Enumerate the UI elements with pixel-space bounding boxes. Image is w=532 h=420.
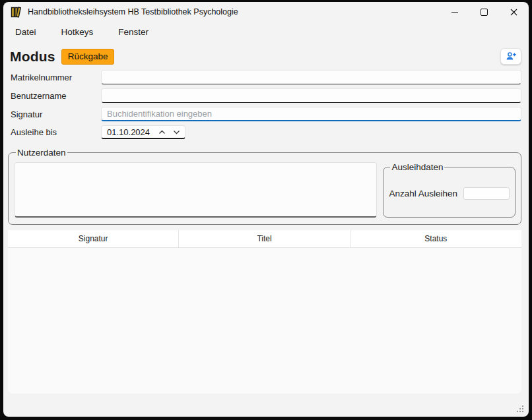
matrikelnummer-label: Matrikelnummer — [7, 73, 101, 82]
mode-badge[interactable]: Rückgabe — [61, 49, 115, 65]
ausleihe-bis-field: 01.10.2024 — [101, 125, 521, 139]
maximize-button[interactable] — [469, 2, 499, 22]
books-icon — [11, 7, 22, 18]
anzahl-row: Anzahl Ausleihen — [389, 187, 510, 200]
nutzerdaten-content: Ausleihdaten Anzahl Ausleihen — [15, 162, 515, 218]
nutzerdaten-group: Nutzerdaten Ausleihdaten Anzahl Ausleihe… — [8, 148, 521, 225]
chevron-up-icon — [158, 130, 166, 135]
nutzerdaten-textarea[interactable] — [15, 162, 377, 218]
ausleihe-bis-label: Ausleihe bis — [7, 127, 101, 137]
ausleihdaten-group: Ausleihdaten Anzahl Ausleihen — [383, 162, 515, 218]
window-title: Handbibliotheksleihsystem HB Testbibliot… — [28, 7, 238, 16]
signatur-label: Signatur — [7, 109, 101, 119]
mode-row: Modus Rückgabe — [7, 47, 521, 65]
chevron-down-icon — [173, 130, 180, 135]
maximize-icon — [481, 9, 488, 16]
benutzername-input[interactable] — [101, 88, 521, 103]
ausleihe-bis-value: 01.10.2024 — [107, 127, 154, 137]
app-window: Handbibliotheksleihsystem HB Testbibliot… — [3, 2, 529, 417]
window-controls — [440, 2, 529, 22]
anzahl-ausleihen-input[interactable] — [463, 187, 510, 200]
date-step-down-button[interactable] — [169, 127, 183, 138]
column-header-signatur[interactable]: Signatur — [8, 230, 179, 247]
menu-item-fenster[interactable]: Fenster — [115, 24, 152, 40]
person-add-icon — [506, 51, 517, 61]
anzahl-ausleihen-label: Anzahl Ausleihen — [389, 189, 457, 198]
minimize-button[interactable] — [440, 2, 469, 22]
date-step-up-button[interactable] — [154, 127, 169, 138]
table-body — [8, 248, 521, 394]
menu-item-datei[interactable]: Datei — [12, 24, 40, 40]
benutzername-label: Benutzername — [7, 91, 101, 101]
menubar: Datei Hotkeys Fenster — [3, 22, 529, 42]
ausleihdaten-legend: Ausleihdaten — [390, 162, 444, 172]
loan-form: Matrikelnummer Benutzername Signatur Aus… — [7, 70, 521, 139]
main-content: Modus Rückgabe Matrikelnummer Benutzerna… — [3, 47, 529, 394]
ausleihe-bis-date-spinner[interactable]: 01.10.2024 — [101, 125, 185, 139]
mode-heading: Modus — [10, 49, 55, 65]
nutzerdaten-legend: Nutzerdaten — [16, 148, 67, 158]
column-header-titel[interactable]: Titel — [179, 230, 350, 247]
menu-item-hotkeys[interactable]: Hotkeys — [58, 24, 97, 40]
close-icon — [510, 9, 517, 16]
signatur-input[interactable] — [101, 107, 521, 121]
loans-table: Signatur Titel Status — [8, 230, 521, 394]
column-header-status[interactable]: Status — [350, 230, 521, 247]
titlebar: Handbibliotheksleihsystem HB Testbibliot… — [3, 2, 529, 22]
add-user-button[interactable] — [500, 48, 521, 65]
table-header: Signatur Titel Status — [8, 230, 521, 248]
matrikelnummer-input[interactable] — [101, 70, 521, 84]
resize-grip-icon[interactable] — [517, 405, 524, 413]
minimize-icon — [451, 12, 458, 13]
close-button[interactable] — [499, 2, 529, 22]
